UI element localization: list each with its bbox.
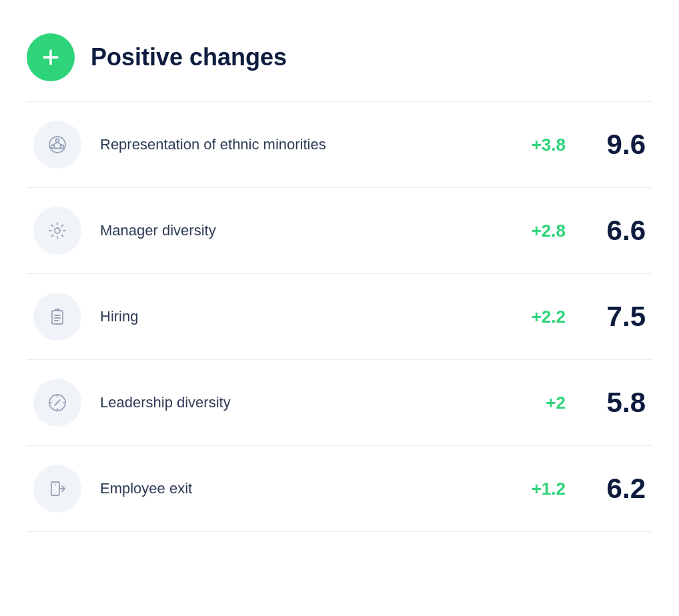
employee-exit-change: +1.2 — [499, 479, 566, 499]
ethnic-minorities-label: Representation of ethnic minorities — [100, 136, 499, 153]
manager-diversity-score: 6.6 — [586, 215, 646, 247]
header-icon — [27, 33, 75, 81]
list-item: Employee exit +1.2 6.2 — [27, 446, 652, 532]
plus-icon — [40, 47, 61, 68]
hiring-label: Hiring — [100, 308, 499, 325]
ethnic-minorities-change: +3.8 — [499, 135, 566, 155]
employee-exit-label: Employee exit — [100, 480, 499, 497]
leadership-diversity-score: 5.8 — [586, 387, 646, 419]
leadership-diversity-change: +2 — [499, 393, 566, 413]
leadership-diversity-icon-wrap — [33, 379, 81, 427]
items-list: Representation of ethnic minorities +3.8… — [27, 102, 652, 532]
hiring-icon-wrap — [33, 293, 81, 341]
manager-diversity-icon-wrap — [33, 207, 81, 255]
page-header: Positive changes — [27, 20, 652, 101]
svg-rect-21 — [51, 482, 59, 495]
list-item: Manager diversity +2.8 6.6 — [27, 188, 652, 274]
svg-point-9 — [55, 228, 60, 233]
employee-exit-score: 6.2 — [586, 473, 646, 505]
employee-exit-icon-wrap — [33, 465, 81, 513]
page-title: Positive changes — [91, 43, 287, 71]
list-item: Representation of ethnic minorities +3.8… — [27, 102, 652, 188]
list-item: Leadership diversity +2 5.8 — [27, 360, 652, 446]
svg-line-6 — [53, 143, 57, 146]
manager-diversity-label: Manager diversity — [100, 222, 499, 239]
ethnic-minorities-score: 9.6 — [586, 129, 646, 161]
leadership-diversity-label: Leadership diversity — [100, 394, 499, 411]
clipboard-icon — [47, 306, 68, 327]
hiring-change: +2.2 — [499, 307, 566, 327]
diversity-icon — [47, 134, 68, 155]
svg-rect-10 — [52, 311, 63, 324]
gear-icon — [47, 220, 68, 241]
ethnic-minorities-icon-wrap — [33, 121, 81, 169]
hiring-score: 7.5 — [586, 301, 646, 333]
exit-icon — [47, 478, 68, 499]
compass-icon — [47, 392, 68, 413]
svg-point-16 — [57, 402, 59, 404]
manager-diversity-change: +2.8 — [499, 221, 566, 241]
list-item: Hiring +2.2 7.5 — [27, 274, 652, 360]
svg-line-7 — [57, 143, 62, 146]
